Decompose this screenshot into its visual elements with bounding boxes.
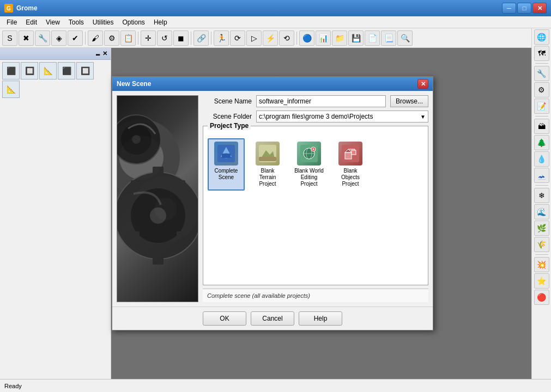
right-btn-14[interactable]: 💥 <box>534 257 549 272</box>
toolbar-btn-19[interactable]: 📊 <box>316 30 331 46</box>
svg-rect-8 <box>177 180 185 189</box>
terrain-project-icon <box>256 142 280 166</box>
project-type-header: Project Type <box>208 122 251 130</box>
dialog-form: Scene Name Browse... Scene Folder c:\pro… <box>203 95 428 302</box>
dropdown-arrow-icon: ▼ <box>420 114 426 120</box>
toolbar-btn-2[interactable]: ✖ <box>19 30 34 46</box>
ok-button[interactable]: OK <box>203 311 246 326</box>
panel-icon-5[interactable]: 🔲 <box>76 62 94 79</box>
maximize-button[interactable]: □ <box>517 3 531 14</box>
project-type-section: Project Type CompleteScene <box>203 126 428 285</box>
right-btn-9[interactable]: 🗻 <box>534 168 549 183</box>
dialog-title-bar: New Scene ✕ <box>112 77 433 91</box>
cancel-button[interactable]: Cancel <box>251 311 294 326</box>
svg-rect-29 <box>345 152 352 159</box>
menu-bar: File Edit View Tools Utilities Options H… <box>0 16 551 28</box>
toolbar-btn-8[interactable]: 📋 <box>120 30 136 46</box>
right-btn-13[interactable]: 🌾 <box>534 237 549 252</box>
terrain-project-label: Blank TerrainProject <box>252 168 283 187</box>
right-btn-6[interactable]: 🏔 <box>534 119 549 134</box>
svg-rect-7 <box>131 180 140 189</box>
menu-options[interactable]: Options <box>118 17 149 27</box>
toolbar-btn-24[interactable]: 🔍 <box>397 30 413 46</box>
objects-project-label: Blank ObjectsProject <box>335 168 366 187</box>
menu-view[interactable]: View <box>41 17 64 27</box>
right-btn-5[interactable]: 📝 <box>534 99 549 114</box>
right-sep-1 <box>535 63 548 64</box>
right-btn-16[interactable]: 🔴 <box>534 290 549 305</box>
toolbar-btn-12[interactable]: 🔗 <box>193 30 209 46</box>
close-button[interactable]: ✕ <box>532 3 547 14</box>
title-bar: G Grome ─ □ ✕ <box>0 0 551 16</box>
right-btn-3[interactable]: 🔧 <box>534 66 549 81</box>
dialog-body: Scene Name Browse... Scene Folder c:\pro… <box>112 91 433 307</box>
toolbar-sep-2 <box>138 32 138 45</box>
browse-button[interactable]: Browse... <box>390 95 428 107</box>
menu-help[interactable]: Help <box>149 17 172 27</box>
scene-folder-value: c:\program files\grome 3 demo\Projects <box>259 113 373 120</box>
panel-icon-4[interactable]: ⬛ <box>58 62 75 79</box>
panel-icon-1[interactable]: ⬛ <box>2 62 20 79</box>
right-btn-4[interactable]: ⚙ <box>534 82 549 97</box>
minimize-button[interactable]: ─ <box>502 3 516 14</box>
toolbar-btn-5[interactable]: ✔ <box>68 30 83 46</box>
menu-utilities[interactable]: Utilities <box>88 17 118 27</box>
status-bar: Ready <box>0 379 551 392</box>
scene-name-input[interactable] <box>256 95 386 107</box>
right-btn-15[interactable]: ⭐ <box>534 273 549 289</box>
toolbar-btn-14[interactable]: ⟳ <box>230 30 245 46</box>
toolbar-btn-22[interactable]: 📄 <box>365 30 380 46</box>
toolbar-btn-9[interactable]: ✛ <box>141 30 156 46</box>
right-sep-3 <box>535 185 548 186</box>
panel-icon-3[interactable]: 📐 <box>39 62 57 79</box>
toolbar-btn-6[interactable]: 🖌 <box>88 30 103 46</box>
svg-rect-20 <box>259 157 276 161</box>
menu-tools[interactable]: Tools <box>64 17 88 27</box>
panel-header: 🗕 ✕ <box>0 48 111 60</box>
toolbar-btn-1[interactable]: S <box>2 30 17 46</box>
panel-icon-6[interactable]: 📐 <box>2 81 20 98</box>
dialog-title: New Scene <box>117 80 151 88</box>
project-type-objects[interactable]: Blank ObjectsProject <box>332 138 369 191</box>
menu-edit[interactable]: Edit <box>21 17 41 27</box>
toolbar-btn-11[interactable]: ◼ <box>173 30 189 46</box>
scene-name-label: Scene Name <box>203 97 252 105</box>
toolbar-sep-4 <box>211 32 211 45</box>
menu-file[interactable]: File <box>2 17 21 27</box>
project-type-complete[interactable]: CompleteScene <box>208 138 245 191</box>
toolbar-btn-16[interactable]: ⚡ <box>263 30 278 46</box>
scene-folder-select[interactable]: c:\program files\grome 3 demo\Projects ▼ <box>256 111 428 122</box>
right-btn-11[interactable]: 🌊 <box>534 204 549 219</box>
scene-folder-row: Scene Folder c:\program files\grome 3 de… <box>203 111 428 122</box>
toolbar-btn-10[interactable]: ↺ <box>157 30 172 46</box>
project-type-icons: CompleteScene Blank TerrainProject <box>208 138 423 191</box>
toolbar-btn-4[interactable]: ◈ <box>51 30 66 46</box>
svg-rect-6 <box>185 210 196 221</box>
dialog-close-button[interactable]: ✕ <box>417 79 428 89</box>
help-button[interactable]: Help <box>299 311 342 326</box>
right-btn-1[interactable]: 🌐 <box>534 29 549 45</box>
toolbar-btn-3[interactable]: 🔧 <box>35 30 50 46</box>
right-btn-2[interactable]: 🗺 <box>534 46 549 61</box>
toolbar-btn-13[interactable]: 🏃 <box>214 30 229 46</box>
toolbar-btn-20[interactable]: 📁 <box>332 30 347 46</box>
project-type-world[interactable]: Blank WorldEditing Project <box>290 138 328 191</box>
toolbar-btn-21[interactable]: 💾 <box>348 30 364 46</box>
status-text: Ready <box>4 383 22 389</box>
toolbar-btn-17[interactable]: ⟲ <box>279 30 294 46</box>
svg-point-13 <box>132 135 141 144</box>
toolbar-btn-15[interactable]: ▷ <box>246 30 262 46</box>
dialog-buttons: OK Cancel Help <box>112 307 433 330</box>
right-btn-8[interactable]: 💧 <box>534 151 549 167</box>
new-scene-dialog: New Scene ✕ <box>112 76 433 330</box>
scene-name-row: Scene Name Browse... <box>203 95 428 107</box>
toolbar-btn-18[interactable]: 🔵 <box>299 30 314 46</box>
toolbar-btn-7[interactable]: ⚙ <box>104 30 119 46</box>
panel-icon-2[interactable]: 🔲 <box>21 62 38 79</box>
right-btn-12[interactable]: 🌿 <box>534 220 549 236</box>
toolbar-btn-23[interactable]: 📃 <box>381 30 396 46</box>
right-sep-4 <box>535 254 548 255</box>
right-btn-10[interactable]: ❄ <box>534 188 549 203</box>
project-type-terrain[interactable]: Blank TerrainProject <box>249 138 286 191</box>
right-btn-7[interactable]: 🌲 <box>534 135 549 150</box>
